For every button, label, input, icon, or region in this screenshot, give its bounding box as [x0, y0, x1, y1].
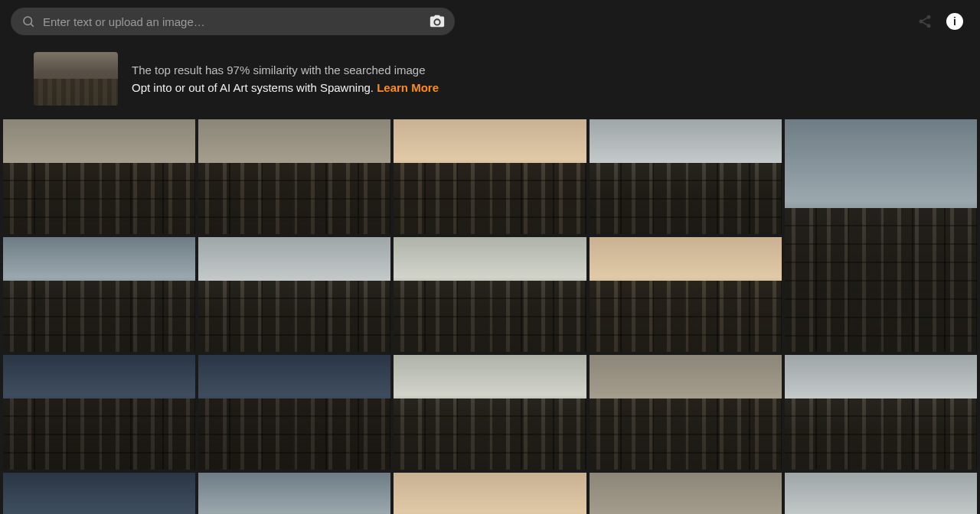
svg-point-2: [927, 15, 931, 19]
topbar: i: [0, 0, 980, 43]
result-tile[interactable]: [394, 473, 586, 514]
result-tile[interactable]: [394, 119, 586, 234]
banner-text: The top result has 97% similarity with t…: [132, 61, 439, 97]
searched-image-thumbnail[interactable]: [34, 52, 118, 106]
learn-more-link[interactable]: Learn More: [377, 81, 439, 94]
result-tile[interactable]: [785, 473, 977, 514]
opt-text: Opt into or out of AI Art systems with S…: [132, 79, 439, 96]
topbar-actions: i: [917, 13, 969, 30]
search-icon: [21, 15, 35, 28]
camera-icon: [429, 13, 446, 30]
result-tile[interactable]: [198, 355, 390, 470]
search-bar[interactable]: [11, 8, 455, 35]
result-tile[interactable]: [198, 473, 390, 514]
info-icon: i: [953, 15, 956, 28]
result-tile[interactable]: [394, 237, 586, 352]
info-button[interactable]: i: [946, 13, 963, 30]
result-tile[interactable]: [590, 473, 782, 514]
results-grid: [0, 119, 980, 514]
result-tile[interactable]: [3, 473, 195, 514]
result-tile[interactable]: [394, 355, 586, 470]
svg-point-4: [927, 24, 931, 28]
result-tile[interactable]: [3, 237, 195, 352]
result-tile[interactable]: [785, 355, 977, 470]
result-tile[interactable]: [3, 355, 195, 470]
share-icon[interactable]: [917, 14, 933, 29]
result-tile[interactable]: [590, 355, 782, 470]
search-input[interactable]: [43, 15, 418, 28]
result-tile[interactable]: [198, 119, 390, 234]
similarity-text: The top result has 97% similarity with t…: [132, 61, 439, 79]
svg-point-3: [920, 20, 923, 24]
result-tile[interactable]: [3, 119, 195, 234]
result-tile[interactable]: [590, 237, 782, 352]
result-tile[interactable]: [785, 119, 977, 352]
svg-point-0: [24, 17, 32, 25]
svg-line-1: [31, 24, 33, 26]
result-banner: The top result has 97% similarity with t…: [0, 43, 980, 119]
upload-image-button[interactable]: [426, 10, 449, 33]
result-tile[interactable]: [590, 119, 782, 234]
result-tile[interactable]: [198, 237, 390, 352]
opt-text-label: Opt into or out of AI Art systems with S…: [132, 81, 377, 94]
